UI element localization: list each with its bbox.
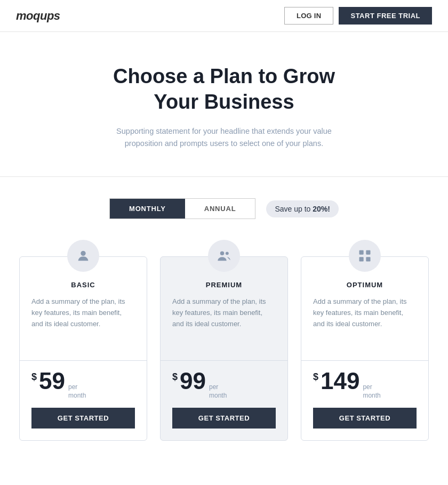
pricing-cards-container: BASIC Add a summary of the plan, its key… [0,230,448,472]
optimum-icon-wrapper [349,240,381,272]
optimum-price-amount: 149 [321,369,359,393]
hero-title: Choose a Plan to Grow Your Business [91,64,357,115]
optimum-price-dollar: $ [313,371,318,383]
optimum-plan-name: OPTIMUM [313,281,417,289]
optimum-get-started-button[interactable]: GET STARTED [313,408,417,429]
basic-get-started-button[interactable]: GET STARTED [31,408,135,429]
start-trial-button[interactable]: START FREE TRIAL [339,7,432,25]
basic-price-amount: 59 [39,369,65,393]
cards-section: BASIC Add a summary of the plan, its key… [0,256,448,472]
svg-rect-6 [366,257,370,262]
premium-plan-desc: Add a summary of the plan, its key featu… [172,296,276,350]
optimum-price-period: permonth [363,383,380,400]
premium-price-period: permonth [209,383,227,400]
svg-rect-3 [359,250,364,255]
premium-card-bottom: $ 99 permonth GET STARTED [161,360,287,440]
basic-card-bottom: $ 59 permonth GET STARTED [20,360,147,440]
multi-user-icon [217,248,231,263]
basic-price-period: permonth [68,383,86,400]
optimum-plan-desc: Add a summary of the plan, its key featu… [313,296,417,350]
svg-point-1 [220,252,224,255]
login-button[interactable]: LOG IN [284,7,334,25]
svg-point-2 [226,252,229,255]
premium-icon-wrapper [208,240,240,272]
plan-card-optimum: OPTIMUM Add a summary of the plan, its k… [301,256,429,440]
hero-subtitle: Supporting statement for your headline t… [112,125,336,150]
premium-price-dollar: $ [172,371,178,383]
save-text: Save up to [275,205,313,213]
nav-buttons: LOG IN START FREE TRIAL [284,7,432,25]
navbar: moqups LOG IN START FREE TRIAL [0,0,448,32]
basic-price-dollar: $ [31,371,37,383]
optimum-card-bottom: $ 149 permonth GET STARTED [301,360,428,440]
monthly-toggle[interactable]: MONTHLY [110,199,185,219]
basic-price-row: $ 59 permonth [31,369,135,400]
premium-plan-name: PREMIUM [172,281,276,289]
annual-toggle[interactable]: ANNUAL [185,199,255,219]
svg-point-0 [81,251,85,256]
billing-toggle-section: MONTHLY ANNUAL Save up to 20%! [0,177,448,230]
basic-plan-name: BASIC [31,281,135,289]
basic-plan-desc: Add a summary of the plan, its key featu… [31,296,135,350]
plan-card-premium: PREMIUM Add a summary of the plan, its k… [160,256,288,440]
optimum-price-row: $ 149 permonth [313,369,417,400]
plan-card-basic: BASIC Add a summary of the plan, its key… [19,256,147,440]
basic-icon-wrapper [67,240,99,272]
premium-card-top: PREMIUM Add a summary of the plan, its k… [161,257,287,360]
billing-toggle: MONTHLY ANNUAL [109,198,255,219]
save-badge: Save up to 20%! [266,200,339,217]
svg-rect-4 [366,250,370,255]
save-percent: 20%! [313,205,330,213]
premium-price-amount: 99 [180,369,206,393]
svg-rect-5 [359,257,364,262]
logo: moqups [16,9,60,23]
premium-get-started-button[interactable]: GET STARTED [172,408,276,429]
optimum-card-top: OPTIMUM Add a summary of the plan, its k… [301,257,428,360]
hero-section: Choose a Plan to Grow Your Business Supp… [0,32,448,177]
single-user-icon [76,248,91,263]
basic-card-top: BASIC Add a summary of the plan, its key… [20,257,147,360]
grid-icon [357,248,372,263]
premium-price-row: $ 99 permonth [172,369,276,400]
